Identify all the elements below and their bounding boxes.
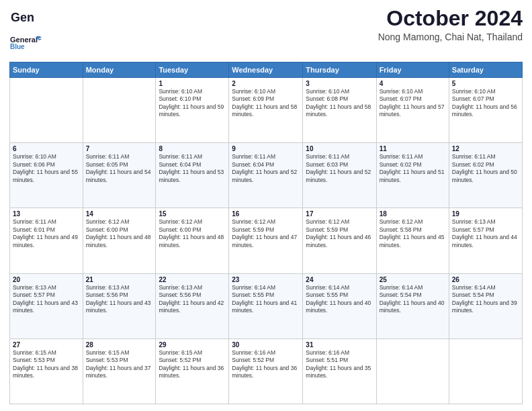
calendar-cell: 29Sunrise: 6:15 AM Sunset: 5:52 PM Dayli…	[156, 338, 229, 404]
calendar-cell: 12Sunrise: 6:11 AM Sunset: 6:02 PM Dayli…	[449, 143, 522, 208]
calendar-cell: 20Sunrise: 6:13 AM Sunset: 5:57 PM Dayli…	[10, 273, 83, 338]
calendar-cell: 17Sunrise: 6:12 AM Sunset: 5:59 PM Dayli…	[303, 208, 376, 273]
day-info: Sunrise: 6:15 AM Sunset: 5:53 PM Dayligh…	[86, 349, 153, 380]
day-number: 1	[159, 80, 226, 87]
day-number: 6	[13, 145, 80, 152]
calendar-cell: 3Sunrise: 6:10 AM Sunset: 6:08 PM Daylig…	[303, 78, 376, 143]
day-number: 4	[380, 80, 446, 87]
weekday-header-sunday: Sunday	[10, 62, 83, 78]
day-number: 3	[306, 80, 373, 87]
weekday-header-monday: Monday	[83, 62, 156, 78]
day-number: 30	[232, 341, 300, 349]
day-number: 7	[86, 145, 153, 152]
day-info: Sunrise: 6:15 AM Sunset: 5:53 PM Dayligh…	[13, 349, 80, 380]
day-info: Sunrise: 6:12 AM Sunset: 6:00 PM Dayligh…	[86, 218, 153, 249]
location-title: Nong Mamong, Chai Nat, Thailand	[378, 32, 523, 42]
day-info: Sunrise: 6:12 AM Sunset: 5:58 PM Dayligh…	[380, 218, 446, 249]
day-info: Sunrise: 6:13 AM Sunset: 5:57 PM Dayligh…	[13, 284, 80, 315]
day-info: Sunrise: 6:16 AM Sunset: 5:51 PM Dayligh…	[306, 349, 373, 380]
calendar-cell	[10, 78, 83, 143]
day-number: 24	[306, 276, 373, 283]
day-info: Sunrise: 6:13 AM Sunset: 5:57 PM Dayligh…	[452, 218, 519, 249]
day-info: Sunrise: 6:15 AM Sunset: 5:52 PM Dayligh…	[159, 349, 226, 380]
calendar-cell: 22Sunrise: 6:13 AM Sunset: 5:56 PM Dayli…	[156, 273, 229, 338]
day-number: 19	[452, 210, 519, 218]
day-number: 11	[380, 145, 446, 152]
day-number: 12	[452, 145, 519, 152]
calendar-cell: 19Sunrise: 6:13 AM Sunset: 5:57 PM Dayli…	[449, 208, 522, 273]
calendar-cell: 4Sunrise: 6:10 AM Sunset: 6:07 PM Daylig…	[376, 78, 449, 143]
day-info: Sunrise: 6:11 AM Sunset: 6:01 PM Dayligh…	[13, 218, 80, 249]
week-row-0: 1Sunrise: 6:10 AM Sunset: 6:10 PM Daylig…	[10, 78, 523, 143]
day-number: 13	[13, 210, 80, 218]
svg-text:General: General	[10, 36, 38, 44]
weekday-header-friday: Friday	[376, 62, 449, 78]
day-info: Sunrise: 6:14 AM Sunset: 5:55 PM Dayligh…	[232, 284, 300, 315]
calendar-cell: 15Sunrise: 6:12 AM Sunset: 6:00 PM Dayli…	[156, 208, 229, 273]
day-number: 14	[86, 210, 153, 218]
day-info: Sunrise: 6:14 AM Sunset: 5:54 PM Dayligh…	[452, 284, 519, 315]
day-number: 23	[232, 276, 300, 283]
day-number: 27	[13, 341, 80, 349]
svg-text:Blue: Blue	[10, 43, 25, 50]
calendar-cell: 24Sunrise: 6:14 AM Sunset: 5:55 PM Dayli…	[303, 273, 376, 338]
day-number: 5	[452, 80, 519, 87]
calendar-cell: 7Sunrise: 6:11 AM Sunset: 6:05 PM Daylig…	[83, 143, 156, 208]
calendar-cell: 18Sunrise: 6:12 AM Sunset: 5:58 PM Dayli…	[376, 208, 449, 273]
calendar-cell: 9Sunrise: 6:11 AM Sunset: 6:04 PM Daylig…	[229, 143, 303, 208]
title-section: October 2024 Nong Mamong, Chai Nat, Thai…	[378, 7, 523, 42]
week-row-4: 27Sunrise: 6:15 AM Sunset: 5:53 PM Dayli…	[10, 338, 523, 404]
day-info: Sunrise: 6:12 AM Sunset: 6:00 PM Dayligh…	[159, 218, 226, 249]
day-info: Sunrise: 6:11 AM Sunset: 6:02 PM Dayligh…	[380, 153, 446, 184]
day-info: Sunrise: 6:11 AM Sunset: 6:03 PM Dayligh…	[306, 153, 373, 184]
day-number: 28	[86, 341, 153, 349]
day-info: Sunrise: 6:16 AM Sunset: 5:52 PM Dayligh…	[232, 349, 300, 380]
month-title: October 2024	[378, 7, 523, 30]
calendar-cell	[83, 78, 156, 143]
day-info: Sunrise: 6:14 AM Sunset: 5:54 PM Dayligh…	[380, 284, 446, 315]
day-info: Sunrise: 6:11 AM Sunset: 6:04 PM Dayligh…	[232, 153, 300, 184]
day-number: 17	[306, 210, 373, 218]
day-info: Sunrise: 6:13 AM Sunset: 5:56 PM Dayligh…	[86, 284, 153, 315]
day-number: 8	[159, 145, 226, 152]
calendar-cell: 27Sunrise: 6:15 AM Sunset: 5:53 PM Dayli…	[10, 338, 83, 404]
calendar-cell: 21Sunrise: 6:13 AM Sunset: 5:56 PM Dayli…	[83, 273, 156, 338]
logo: General General Blue	[9, 7, 43, 58]
day-number: 9	[232, 145, 300, 152]
day-number: 16	[232, 210, 300, 218]
header: General General Blue October 2024 Nong M…	[9, 7, 523, 58]
day-info: Sunrise: 6:10 AM Sunset: 6:07 PM Dayligh…	[452, 88, 519, 119]
day-info: Sunrise: 6:13 AM Sunset: 5:56 PM Dayligh…	[159, 284, 226, 315]
weekday-header-thursday: Thursday	[303, 62, 376, 78]
calendar-cell: 6Sunrise: 6:10 AM Sunset: 6:06 PM Daylig…	[10, 143, 83, 208]
day-number: 10	[306, 145, 373, 152]
calendar-cell: 11Sunrise: 6:11 AM Sunset: 6:02 PM Dayli…	[376, 143, 449, 208]
calendar-cell: 1Sunrise: 6:10 AM Sunset: 6:10 PM Daylig…	[156, 78, 229, 143]
day-info: Sunrise: 6:11 AM Sunset: 6:04 PM Dayligh…	[159, 153, 226, 184]
day-info: Sunrise: 6:11 AM Sunset: 6:02 PM Dayligh…	[452, 153, 519, 184]
day-info: Sunrise: 6:11 AM Sunset: 6:05 PM Dayligh…	[86, 153, 153, 184]
calendar-cell: 13Sunrise: 6:11 AM Sunset: 6:01 PM Dayli…	[10, 208, 83, 273]
calendar-table: SundayMondayTuesdayWednesdayThursdayFrid…	[9, 62, 523, 404]
day-number: 22	[159, 276, 226, 283]
day-number: 31	[306, 341, 373, 349]
week-row-1: 6Sunrise: 6:10 AM Sunset: 6:06 PM Daylig…	[10, 143, 523, 208]
calendar-cell: 10Sunrise: 6:11 AM Sunset: 6:03 PM Dayli…	[303, 143, 376, 208]
day-info: Sunrise: 6:10 AM Sunset: 6:06 PM Dayligh…	[13, 153, 80, 184]
day-number: 18	[380, 210, 446, 218]
calendar-cell: 23Sunrise: 6:14 AM Sunset: 5:55 PM Dayli…	[229, 273, 303, 338]
weekday-header-wednesday: Wednesday	[229, 62, 303, 78]
weekday-header-row: SundayMondayTuesdayWednesdayThursdayFrid…	[10, 62, 523, 78]
weekday-header-saturday: Saturday	[449, 62, 522, 78]
week-row-2: 13Sunrise: 6:11 AM Sunset: 6:01 PM Dayli…	[10, 208, 523, 273]
logo-combined: General Blue	[9, 31, 43, 58]
logo-icon: General	[9, 7, 34, 31]
day-info: Sunrise: 6:10 AM Sunset: 6:09 PM Dayligh…	[232, 88, 300, 119]
day-number: 2	[232, 80, 300, 87]
calendar-cell: 14Sunrise: 6:12 AM Sunset: 6:00 PM Dayli…	[83, 208, 156, 273]
calendar-cell	[376, 338, 449, 404]
calendar-cell: 25Sunrise: 6:14 AM Sunset: 5:54 PM Dayli…	[376, 273, 449, 338]
day-info: Sunrise: 6:14 AM Sunset: 5:55 PM Dayligh…	[306, 284, 373, 315]
calendar-cell: 26Sunrise: 6:14 AM Sunset: 5:54 PM Dayli…	[449, 273, 522, 338]
calendar-cell: 30Sunrise: 6:16 AM Sunset: 5:52 PM Dayli…	[229, 338, 303, 404]
